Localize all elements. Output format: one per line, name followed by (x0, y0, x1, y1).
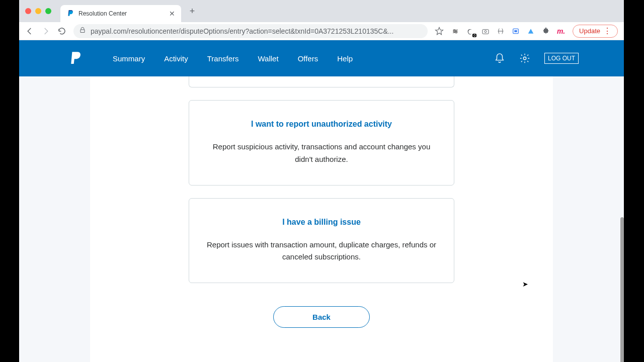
gear-icon[interactable] (519, 53, 530, 64)
extension-icon[interactable]: 0 (466, 27, 475, 36)
menu-dots-icon: ⋮ (603, 27, 611, 35)
header-right: LOG OUT (494, 53, 579, 64)
camera-icon[interactable] (481, 27, 490, 36)
browser-tab-strip: Resolution Center ✕ + (19, 0, 624, 22)
reload-icon[interactable] (57, 27, 66, 36)
extension-icon[interactable] (496, 27, 505, 36)
close-tab-icon[interactable]: ✕ (169, 10, 175, 18)
card-title: I want to report unauthorized activity (204, 120, 439, 129)
content-area: I want to report unauthorized activity R… (19, 76, 624, 362)
nav-wallet[interactable]: Wallet (258, 54, 279, 63)
star-icon[interactable] (435, 27, 444, 36)
maximize-window-button[interactable] (45, 8, 51, 14)
update-button[interactable]: Update ⋮ (573, 25, 618, 38)
site-header: Summary Activity Transfers Wallet Offers… (19, 40, 624, 76)
paypal-favicon-icon (66, 10, 74, 18)
card-title: I have a billing issue (204, 218, 439, 227)
tab-title: Resolution Center (78, 10, 165, 17)
bell-icon[interactable] (494, 53, 505, 64)
extension-icons: ≋ 0 m. (451, 27, 566, 36)
dispute-option-card[interactable] (189, 76, 454, 87)
extension-icon[interactable]: m. (556, 27, 566, 36)
back-button[interactable]: Back (273, 306, 370, 328)
nav-summary[interactable]: Summary (113, 54, 145, 63)
lock-icon (79, 27, 86, 35)
nav-transfers[interactable]: Transfers (207, 54, 239, 63)
extensions-puzzle-icon[interactable] (541, 27, 550, 36)
new-tab-button[interactable]: + (185, 4, 199, 18)
forward-icon[interactable] (41, 27, 50, 36)
browser-toolbar: paypal.com/resolutioncenter/disputeOptio… (19, 22, 624, 40)
scrollbar-thumb[interactable] (620, 217, 624, 362)
paypal-logo-icon[interactable] (69, 51, 83, 66)
browser-tab[interactable]: Resolution Center ✕ (60, 5, 181, 22)
dispute-option-unauthorized[interactable]: I want to report unauthorized activity R… (189, 100, 454, 186)
window-controls (25, 8, 51, 14)
nav-activity[interactable]: Activity (164, 54, 188, 63)
dispute-option-billing[interactable]: I have a billing issue Report issues wit… (189, 198, 454, 284)
card-description: Report issues with transaction amount, d… (204, 239, 439, 264)
svg-point-4 (523, 57, 526, 60)
nav-help[interactable]: Help (337, 54, 353, 63)
extension-icon[interactable]: ≋ (451, 27, 460, 36)
svg-rect-3 (514, 30, 517, 32)
card-description: Report suspicious activity, transactions… (204, 141, 439, 166)
svg-rect-0 (482, 29, 489, 34)
minimize-window-button[interactable] (35, 8, 41, 14)
main-panel: I want to report unauthorized activity R… (90, 76, 553, 362)
extension-icon[interactable] (526, 27, 535, 36)
svg-point-1 (485, 30, 487, 32)
main-nav: Summary Activity Transfers Wallet Offers… (113, 54, 494, 63)
logout-button[interactable]: LOG OUT (544, 53, 579, 64)
nav-offers[interactable]: Offers (298, 54, 318, 63)
extension-icon[interactable] (511, 27, 520, 36)
address-bar[interactable]: paypal.com/resolutioncenter/disputeOptio… (73, 24, 428, 38)
url-text: paypal.com/resolutioncenter/disputeOptio… (91, 27, 393, 35)
back-icon[interactable] (25, 27, 34, 36)
close-window-button[interactable] (25, 8, 31, 14)
